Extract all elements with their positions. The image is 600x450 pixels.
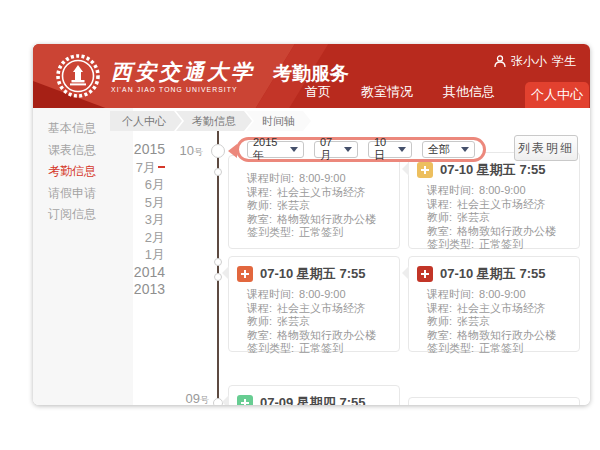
nav-home[interactable]: 首页 bbox=[305, 83, 331, 108]
timeline-entry-feb[interactable]: 2月 bbox=[93, 229, 165, 247]
user-name: 张小小 bbox=[511, 53, 547, 70]
main-nav: 首页 教室情况 其他信息 个人中心 bbox=[305, 82, 590, 108]
university-name-cn: 西安交通大学 bbox=[111, 60, 255, 84]
day-marker-label-10[interactable]: 10号 bbox=[159, 143, 203, 159]
type-dropdown[interactable]: 全部 bbox=[422, 141, 475, 158]
day-dropdown[interactable]: 10日 bbox=[368, 141, 412, 158]
chevron-down-icon bbox=[461, 147, 469, 152]
attendance-card: 07-10 星期五 7:55 课程时间:8:00-9:00 课程:社会主义市场经… bbox=[408, 256, 580, 352]
card-date-title: 07-10 星期五 7:55 bbox=[260, 265, 366, 283]
seal-icon bbox=[237, 395, 253, 405]
timeline-entry-mar[interactable]: 3月 bbox=[93, 211, 165, 229]
attendance-card: 课程时间:8:00-9:00 课程:社会主义市场经济 教师:张芸京 教室:格物致… bbox=[228, 155, 400, 249]
card-date-title: 07-10 星期五 7:55 bbox=[440, 161, 546, 179]
timeline-node-day10[interactable] bbox=[211, 144, 225, 158]
filter-bubble: 2015年 07月 10日 全部 bbox=[236, 137, 486, 162]
person-icon bbox=[494, 55, 506, 68]
university-name-en: XI'AN JIAO TONG UNIVERSITY bbox=[111, 86, 255, 93]
breadcrumb: 个人中心 考勤信息 时间轴 bbox=[110, 111, 311, 131]
chevron-down-icon bbox=[344, 147, 352, 152]
seal-icon bbox=[237, 266, 253, 282]
nav-other-info[interactable]: 其他信息 bbox=[443, 83, 495, 108]
app-window: 西安交通大学 XI'AN JIAO TONG UNIVERSITY 考勤服务 张… bbox=[33, 44, 590, 405]
nav-personal-center-active[interactable]: 个人中心 bbox=[525, 82, 589, 108]
card-date-title: 07-10 星期五 7:55 bbox=[440, 265, 546, 283]
month-dropdown[interactable]: 07月 bbox=[314, 141, 358, 158]
timeline-entry-may[interactable]: 5月 bbox=[93, 194, 165, 212]
timeline-entry-2014[interactable]: 2014 bbox=[93, 264, 165, 282]
university-logo-icon bbox=[55, 53, 101, 99]
user-role: 学生 bbox=[552, 53, 576, 70]
card-date-title: 07-09 星期四 7:55 bbox=[260, 394, 366, 405]
timeline-entry-jul[interactable]: 7月 bbox=[93, 159, 165, 177]
timeline-year-month-list: 2015 7月 6月 5月 3月 2月 1月 2014 2013 bbox=[93, 141, 165, 299]
timeline-entry-2013[interactable]: 2013 bbox=[93, 281, 165, 299]
timeline-node-small-2 bbox=[214, 258, 222, 266]
app-header: 西安交通大学 XI'AN JIAO TONG UNIVERSITY 考勤服务 张… bbox=[33, 44, 590, 108]
timeline-entry-2015[interactable]: 2015 bbox=[93, 141, 165, 159]
list-detail-button[interactable]: 列表明细 bbox=[514, 135, 578, 161]
chevron-down-icon bbox=[398, 147, 406, 152]
breadcrumb-personal-center[interactable]: 个人中心 bbox=[110, 111, 182, 131]
timeline-entry-jun[interactable]: 6月 bbox=[93, 176, 165, 194]
day-marker-label-09[interactable]: 09号 bbox=[165, 391, 209, 405]
breadcrumb-attendance-info[interactable]: 考勤信息 bbox=[176, 111, 252, 131]
seal-icon bbox=[417, 266, 433, 282]
timeline-node-small-3 bbox=[214, 273, 222, 281]
timeline-entry-jan[interactable]: 1月 bbox=[93, 246, 165, 264]
current-month-tick bbox=[158, 166, 165, 168]
timeline-node-small-1 bbox=[214, 168, 222, 176]
year-dropdown[interactable]: 2015年 bbox=[247, 141, 304, 158]
user-info[interactable]: 张小小 学生 bbox=[494, 53, 576, 70]
breadcrumb-timeline[interactable]: 时间轴 bbox=[246, 111, 311, 131]
nav-classrooms[interactable]: 教室情况 bbox=[361, 83, 413, 108]
attendance-card bbox=[408, 397, 580, 405]
seal-icon bbox=[417, 162, 433, 178]
content-area: 基本信息 课表信息 考勤信息 请假申请 订阅信息 个人中心 考勤信息 时间轴 2… bbox=[33, 108, 590, 405]
chevron-down-icon bbox=[290, 147, 298, 152]
attendance-card: 07-09 星期四 7:55 bbox=[228, 385, 400, 405]
attendance-card: 07-10 星期五 7:55 课程时间:8:00-9:00 课程:社会主义市场经… bbox=[408, 152, 580, 249]
attendance-card: 07-10 星期五 7:55 课程时间:8:00-9:00 课程:社会主义市场经… bbox=[228, 256, 400, 352]
